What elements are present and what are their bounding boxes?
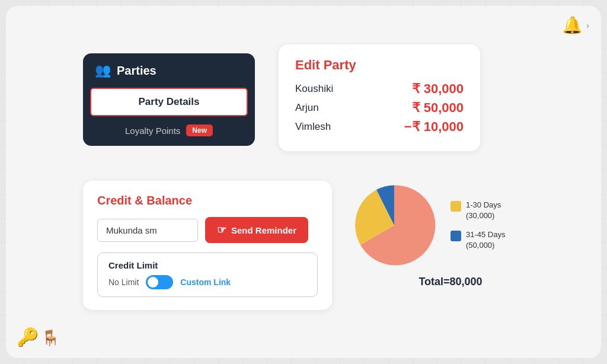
credit-limit-label: Credit Limit (108, 260, 306, 270)
legend-color-yellow (451, 201, 461, 212)
toggle-slider (146, 275, 173, 289)
bottom-left-icons: 🔑 🪑 (17, 327, 60, 347)
parties-header: 👥 Parties (83, 53, 255, 88)
arrow-icon: › (586, 21, 589, 30)
top-right-area: 🔔 › (562, 15, 589, 35)
party-row-koushiki: Koushiki ₹ 30,000 (295, 81, 464, 97)
legend-text-1-30: 1-30 Days(30,000) (466, 200, 501, 221)
key-icon: 🔑 (17, 327, 39, 347)
chart-total: Total=80,000 (350, 276, 551, 288)
edit-party-title: Edit Party (295, 58, 464, 73)
legend-text-31-45: 31-45 Days(50,000) (466, 229, 505, 251)
party-amount-koushiki: ₹ 30,000 (412, 81, 464, 97)
credit-limit-options: No Limit Custom Link (108, 275, 306, 289)
party-name-vimlesh: Vimlesh (295, 121, 331, 133)
party-amount-vimlesh: −₹ 10,000 (404, 119, 464, 135)
credit-limit-box: Credit Limit No Limit Custom Link (97, 253, 318, 297)
party-name-arjun: Arjun (295, 102, 319, 114)
send-reminder-button[interactable]: ☞ Send Reminder (205, 217, 308, 243)
credit-balance-title: Credit & Balance (97, 194, 318, 207)
custom-link-text[interactable]: Custom Link (180, 277, 231, 287)
loyalty-points-item[interactable]: Loyalty Points New (83, 116, 255, 146)
chair-icon: 🪑 (41, 329, 60, 347)
edit-party-panel: Edit Party Koushiki ₹ 30,000 Arjun ₹ 50,… (279, 44, 480, 151)
party-row-vimlesh: Vimlesh −₹ 10,000 (295, 119, 464, 135)
hand-icon: ☞ (217, 223, 226, 237)
pie-chart (350, 181, 439, 270)
legend-item-1-30: 1-30 Days(30,000) (451, 200, 505, 221)
parties-panel: 👥 Parties Party Details Loyalty Points N… (83, 53, 255, 146)
legend-item-31-45: 31-45 Days(50,000) (451, 229, 505, 251)
new-badge: New (186, 124, 213, 136)
no-limit-text: No Limit (108, 277, 139, 287)
party-details-item[interactable]: Party Details (90, 88, 248, 116)
party-row-arjun: Arjun ₹ 50,000 (295, 100, 464, 116)
party-search-input[interactable] (97, 219, 198, 242)
credit-limit-toggle[interactable] (146, 275, 173, 289)
party-name-koushiki: Koushiki (295, 83, 333, 95)
credit-balance-panel: Credit & Balance ☞ Send Reminder Credit … (83, 181, 332, 310)
parties-title: Parties (117, 64, 156, 78)
legend-color-blue (451, 231, 461, 241)
party-amount-arjun: ₹ 50,000 (412, 100, 464, 116)
search-reminder-row: ☞ Send Reminder (97, 217, 318, 243)
pie-wrapper: 1-30 Days(30,000) 31-45 Days(50,000) (350, 181, 551, 270)
bell-icon: 🔔 (562, 15, 583, 35)
chart-panel: 1-30 Days(30,000) 31-45 Days(50,000) Tot… (350, 181, 551, 288)
parties-icon: 👥 (95, 63, 111, 78)
chart-legend: 1-30 Days(30,000) 31-45 Days(50,000) (451, 200, 505, 251)
